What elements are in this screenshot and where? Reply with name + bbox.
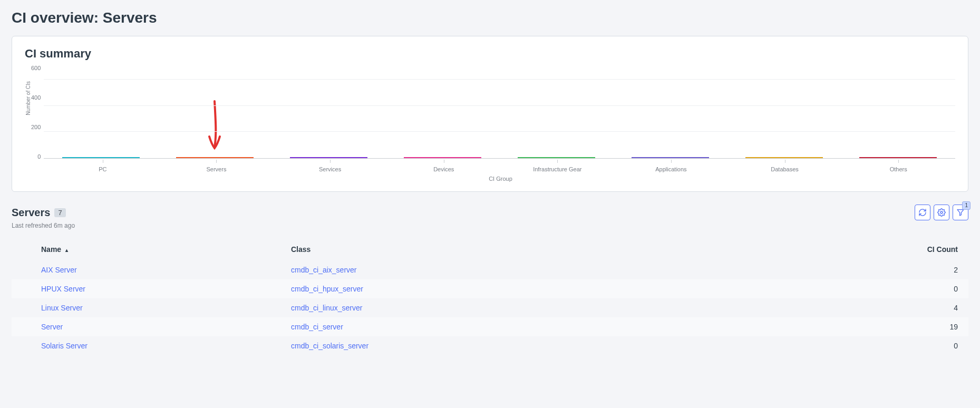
server-name-link[interactable]: Server (41, 323, 63, 331)
refresh-button[interactable] (915, 205, 930, 220)
table-header: Name ▴ Class CI Count (12, 239, 968, 260)
servers-section: Servers 7 Last refreshed 6m ago 1 Name ▴ (12, 207, 968, 355)
chart-bar[interactable] (745, 157, 823, 158)
server-ci-count: 0 (618, 342, 968, 350)
svg-point-0 (940, 211, 943, 213)
chart-gridline (44, 131, 955, 132)
server-class-link[interactable]: cmdb_ci_linux_server (291, 304, 362, 312)
servers-count-badge: 7 (54, 208, 65, 217)
chart-bar-slot (158, 157, 271, 158)
chart-xtick: Devices (387, 160, 501, 172)
chart-bar[interactable] (176, 157, 254, 158)
chart-ytick: 200 (31, 124, 41, 130)
table-row: Linux Servercmdb_ci_linux_server4 (12, 298, 968, 317)
table-row: HPUX Servercmdb_ci_hpux_server0 (12, 279, 968, 298)
chart-ytick: 400 (31, 94, 41, 101)
chart-xlabel: CI Group (46, 176, 955, 182)
table-row: Solaris Servercmdb_ci_solaris_server0 (12, 336, 968, 355)
refresh-note: Last refreshed 6m ago (12, 222, 75, 229)
chart-bar[interactable] (859, 157, 937, 158)
server-name-link[interactable]: Linux Server (41, 304, 83, 312)
chart-bar-slot (44, 157, 158, 158)
chart-gridline (44, 79, 955, 80)
column-header-name-label: Name (41, 245, 61, 254)
server-name-link[interactable]: HPUX Server (41, 285, 85, 293)
chart-bar-slot (272, 157, 386, 158)
sort-asc-icon: ▴ (65, 247, 68, 253)
server-ci-count: 0 (618, 285, 968, 293)
chart-bar[interactable] (404, 157, 481, 158)
server-name-link[interactable]: AIX Server (41, 266, 77, 274)
gear-icon (937, 208, 946, 217)
filter-button[interactable]: 1 (953, 205, 968, 220)
chart-bar-slot (841, 157, 955, 158)
chart-xtick: Infrastructure Gear (501, 160, 615, 172)
chart-xtick: Applications (614, 160, 728, 172)
chart-xtick: Databases (728, 160, 842, 172)
servers-table: Name ▴ Class CI Count AIX Servercmdb_ci_… (12, 239, 968, 355)
refresh-icon (918, 208, 927, 217)
chart-bar[interactable] (62, 157, 140, 158)
server-name-link[interactable]: Solaris Server (41, 342, 88, 350)
chart-xtick: Others (841, 160, 955, 172)
ci-summary-card: CI summary Number of CIs 6004002000 PCSe… (12, 36, 968, 192)
chart-bar[interactable] (518, 157, 595, 158)
column-header-count[interactable]: CI Count (618, 245, 968, 254)
chart-bar[interactable] (632, 157, 709, 158)
filter-count-badge: 1 (962, 201, 971, 210)
settings-button[interactable] (934, 205, 949, 220)
chart-ytick: 0 (37, 153, 41, 160)
chart-gridline (44, 105, 955, 106)
server-ci-count: 19 (618, 323, 968, 331)
ci-summary-title: CI summary (25, 47, 955, 61)
svg-marker-1 (957, 210, 964, 216)
chart-ytick: 600 (31, 65, 41, 71)
column-header-class[interactable]: Class (291, 245, 618, 254)
chart-xtick: Servers (160, 160, 274, 172)
table-row: Servercmdb_ci_server19 (12, 317, 968, 336)
ci-summary-chart: Number of CIs 6004002000 (25, 64, 955, 160)
chart-bar-slot (614, 157, 727, 158)
chart-bar-slot (727, 157, 841, 158)
chart-ylabel: Number of CIs (25, 109, 31, 115)
chart-bar-slot (500, 157, 614, 158)
chart-xtick: PC (46, 160, 160, 172)
server-ci-count: 2 (618, 266, 968, 274)
page-title: CI overview: Servers (0, 0, 980, 36)
chart-bar[interactable] (290, 157, 367, 158)
chart-bar-slot (386, 157, 500, 158)
server-class-link[interactable]: cmdb_ci_hpux_server (291, 285, 363, 293)
server-ci-count: 4 (618, 304, 968, 312)
column-header-name[interactable]: Name ▴ (12, 245, 291, 254)
server-class-link[interactable]: cmdb_ci_aix_server (291, 266, 357, 274)
chart-xtick: Services (273, 160, 387, 172)
servers-title: Servers (12, 207, 50, 219)
server-class-link[interactable]: cmdb_ci_server (291, 323, 343, 331)
server-class-link[interactable]: cmdb_ci_solaris_server (291, 342, 368, 350)
table-row: AIX Servercmdb_ci_aix_server2 (12, 260, 968, 279)
